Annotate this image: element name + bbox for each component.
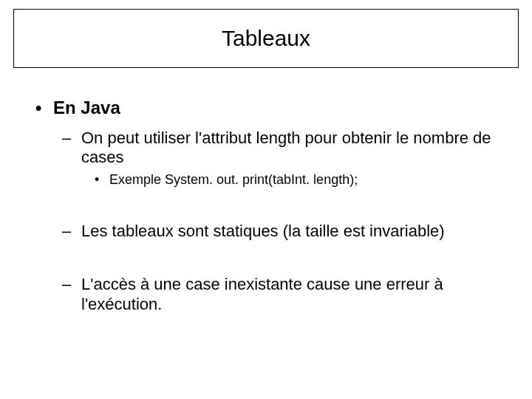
bullet-lvl2: – L'accès à une case inexistante cause u…: [62, 275, 519, 314]
slide: Tableaux • En Java – On peut utiliser l'…: [0, 0, 532, 399]
spacer: [13, 188, 519, 211]
content-area: • En Java – On peut utiliser l'attribut …: [13, 98, 519, 314]
dot-icon: •: [95, 172, 109, 188]
dash-icon: –: [62, 129, 81, 168]
slide-title: Tableaux: [222, 26, 310, 51]
bullet-lvl2: – On peut utiliser l'attribut length pou…: [62, 129, 519, 168]
lvl2-text: L'accès à une case inexistante cause une…: [81, 275, 495, 314]
title-box: Tableaux: [13, 9, 519, 68]
lvl1-text: En Java: [53, 98, 120, 118]
spacer: [13, 241, 519, 265]
dash-icon: –: [62, 222, 81, 241]
lvl3-text: Exemple System. out. print(tabInt. lengt…: [109, 172, 358, 188]
bullet-lvl1: • En Java: [35, 98, 519, 118]
bullet-lvl3: • Exemple System. out. print(tabInt. len…: [95, 172, 519, 188]
bullet-icon: •: [35, 98, 53, 118]
lvl2-text: Les tableaux sont statiques (la taille e…: [81, 222, 445, 241]
bullet-lvl2: – Les tableaux sont statiques (la taille…: [62, 222, 519, 241]
dash-icon: –: [62, 275, 81, 314]
lvl2-text: On peut utiliser l'attribut length pour …: [81, 129, 495, 168]
